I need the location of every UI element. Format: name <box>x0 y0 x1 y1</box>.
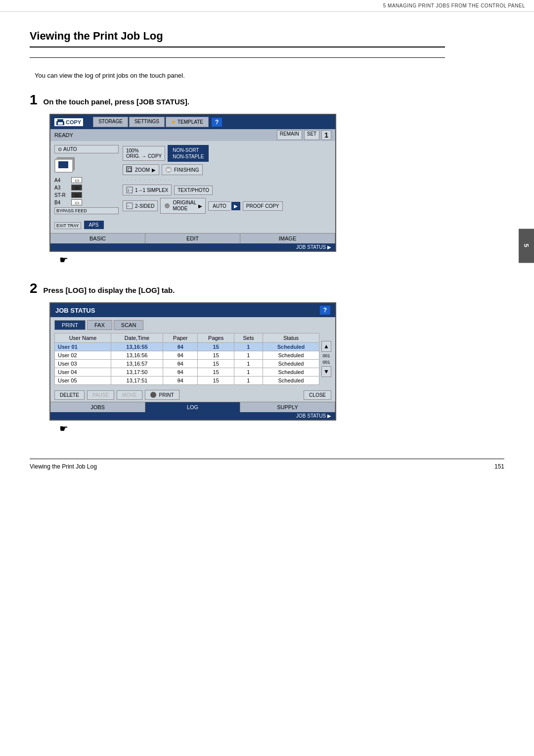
image-tab[interactable]: IMAGE <box>240 234 335 243</box>
js-tab-scan[interactable]: SCAN <box>114 320 144 330</box>
svg-text:↔: ↔ <box>127 204 130 208</box>
svg-rect-10 <box>167 169 171 170</box>
remain-set: REMAIN SET 1 <box>277 130 331 140</box>
copy-screen-label: COPY <box>66 119 81 125</box>
side-tab: 5 <box>519 229 534 263</box>
svg-rect-1 <box>57 119 63 122</box>
js-log-tab[interactable]: LOG <box>145 402 240 412</box>
js-bottom-tabs: JOBS LOG SUPPLY <box>50 402 335 412</box>
top-bar-text: 5 MANAGING PRINT JOBS FROM THE CONTROL P… <box>383 3 525 8</box>
copy-row-4: 1→1 1→1 SIMPLEX TEXT/PHOTO <box>123 185 331 195</box>
js-action-bar: DELETE PAUSE MOVE PRINT CLOSE <box>50 388 335 402</box>
close-button[interactable]: CLOSE <box>304 390 331 400</box>
js-supply-tab[interactable]: SUPPLY <box>240 402 335 412</box>
copy-row-1: 100% ORIG. → COPY NON-SORT NON-STAPLE <box>123 145 331 162</box>
copy-printer-icon <box>56 119 64 125</box>
footer-left: Viewing the Print Job Log <box>30 463 97 470</box>
step-1-text: On the touch panel, press [JOB STATUS]. <box>44 97 189 106</box>
zoom-btn[interactable]: ZOOM ▶ <box>123 164 159 175</box>
paper-row-str: ST-R ▭ <box>54 192 119 198</box>
paper-preview <box>54 156 119 175</box>
copy-screen: COPY STORAGE SETTINGS ★ TEMPLATE ? REA <box>49 114 336 252</box>
auto-button[interactable]: ⊙ AUTO <box>54 145 119 153</box>
auto-toggle-btn[interactable]: AUTO <box>208 201 230 211</box>
two-sided-icon: ↔ <box>126 202 133 209</box>
js-tab-print[interactable]: PRINT <box>54 320 86 330</box>
tray-str: ▭ <box>71 192 82 198</box>
finishing-btn[interactable]: FINISHING <box>162 164 203 175</box>
intro-text: You can view the log of print jobs on th… <box>35 72 445 79</box>
svg-rect-8 <box>128 168 131 171</box>
table-row[interactable]: User 0113,16:55θ4151Scheduled <box>55 343 319 351</box>
dots-row: · · · · · · · · · · · · <box>123 178 331 182</box>
basic-tab[interactable]: BASIC <box>50 234 145 243</box>
svg-rect-6 <box>58 161 68 168</box>
js-title: JOB STATUS <box>55 307 95 314</box>
bypass-button[interactable]: BYPASS FEED <box>54 207 119 214</box>
copy-icon-box: COPY <box>54 118 83 126</box>
table-row[interactable]: User 0513,17:51θ4151Scheduled <box>55 377 319 385</box>
th-pages: Pages <box>198 333 234 343</box>
js-tabs: PRINT FAX SCAN <box>50 317 335 330</box>
settings-tab[interactable]: SETTINGS <box>129 117 165 127</box>
paper-rows: A4 ▭ A3 ▭ ST-R ▭ <box>54 177 119 205</box>
table-row[interactable]: User 0413,17:50θ4151Scheduled <box>55 368 319 377</box>
scroll-down-button[interactable]: ▼ <box>321 366 331 377</box>
th-username: User Name <box>55 333 111 343</box>
hand-cursor-2: ☛ <box>59 423 445 434</box>
simplex-icon: 1→1 <box>126 187 133 193</box>
text-photo-btn[interactable]: TEXT/PHOTO <box>174 186 213 195</box>
page-footer: Viewing the Print Job Log 151 <box>30 459 504 470</box>
copy-header: COPY STORAGE SETTINGS ★ TEMPLATE ? <box>50 115 335 129</box>
scroll-up-button[interactable]: ▲ <box>321 341 331 352</box>
step-2: 2 Press [LOG] to display the [LOG] tab. … <box>30 282 445 434</box>
svg-text:⋯: ⋯ <box>165 204 169 208</box>
js-scroll-controls: ▲ 001 001 ▼ <box>321 333 331 385</box>
original-mode-icon: ⋯ <box>164 202 171 209</box>
finishing-icon <box>165 166 172 173</box>
js-table-wrap: User Name Date,Time Paper Pages Sets Sta… <box>50 330 335 388</box>
original-mode-btn[interactable]: ⋯ ORIGINAL MODE ▶ <box>160 198 206 214</box>
print-button[interactable]: PRINT <box>145 390 179 400</box>
edit-tab[interactable]: EDIT <box>145 234 240 243</box>
exit-tray-button[interactable]: EXIT TRAY <box>54 222 81 229</box>
non-sort-button[interactable]: NON-SORT NON-STAPLE <box>168 145 209 162</box>
copy-row-5: ↔ 2-SIDED ⋯ ORIGINAL <box>123 198 331 214</box>
pause-button[interactable]: PAUSE <box>87 390 114 400</box>
aps-button[interactable]: APS <box>84 221 104 229</box>
delete-button[interactable]: DELETE <box>54 390 85 400</box>
copy-help-button[interactable]: ? <box>212 118 222 127</box>
step-2-text: Press [LOG] to display the [LOG] tab. <box>44 286 175 294</box>
js-jobs-tab[interactable]: JOBS <box>50 402 145 412</box>
hand-cursor-1: ☛ <box>59 254 445 266</box>
copy-bottom-tabs: BASIC EDIT IMAGE <box>50 233 335 243</box>
storage-tab[interactable]: STORAGE <box>93 117 128 127</box>
template-tab[interactable]: ★ TEMPLATE <box>166 117 209 127</box>
copy-center-panel: 100% ORIG. → COPY NON-SORT NON-STAPLE <box>123 145 331 229</box>
set-label: SET <box>304 130 319 140</box>
set-count: 1 <box>321 130 331 140</box>
step-1-number: 1 <box>30 93 38 107</box>
auto-icon: ⊙ <box>58 146 62 152</box>
js-help-button[interactable]: ? <box>320 306 330 315</box>
table-row[interactable]: User 0213,16:56θ4151Scheduled <box>55 351 319 360</box>
tray-b4: ▭ <box>71 199 82 205</box>
two-sided-btn[interactable]: ↔ 2-SIDED <box>123 200 158 211</box>
svg-rect-2 <box>58 122 63 125</box>
print-icon <box>150 392 156 398</box>
job-status-bar[interactable]: JOB STATUS ▶ <box>50 243 335 251</box>
paper-stack-icon <box>54 156 79 175</box>
simplex-btn[interactable]: 1→1 1→1 SIMPLEX <box>123 185 172 195</box>
proof-copy-btn[interactable]: PROOF COPY <box>243 201 283 211</box>
counter-1: 001 <box>321 353 331 358</box>
move-button[interactable]: MOVE <box>117 390 142 400</box>
title-divider <box>30 57 445 58</box>
auto-toggle-arrow[interactable]: ▶ <box>231 202 240 210</box>
th-paper: Paper <box>163 333 198 343</box>
js-tab-fax[interactable]: FAX <box>87 320 112 330</box>
js-jobs-table: User Name Date,Time Paper Pages Sets Sta… <box>54 333 319 385</box>
table-row[interactable]: User 0313,16:57θ4151Scheduled <box>55 360 319 368</box>
svg-text:1→1: 1→1 <box>127 188 133 192</box>
paper-row-b4: B4 ▭ <box>54 199 119 205</box>
copy-body: ⊙ AUTO <box>50 141 335 233</box>
